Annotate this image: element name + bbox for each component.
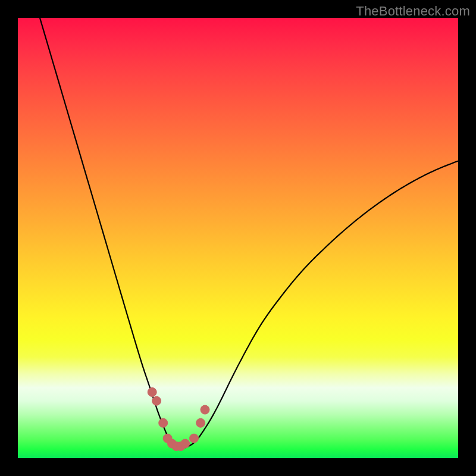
curve-marker (181, 439, 190, 448)
chart-frame: TheBottleneck.com (0, 0, 476, 476)
watermark-text: TheBottleneck.com (356, 4, 470, 19)
curve-svg (18, 18, 458, 458)
curve-marker (190, 434, 199, 443)
curve-marker (201, 405, 209, 414)
plot-area (18, 18, 458, 458)
bottleneck-curve (40, 18, 458, 449)
marker-group (148, 388, 209, 451)
curve-marker (152, 396, 161, 405)
curve-marker (148, 388, 156, 397)
curve-path-group (40, 18, 458, 449)
curve-marker (196, 418, 205, 427)
curve-marker (159, 418, 168, 427)
